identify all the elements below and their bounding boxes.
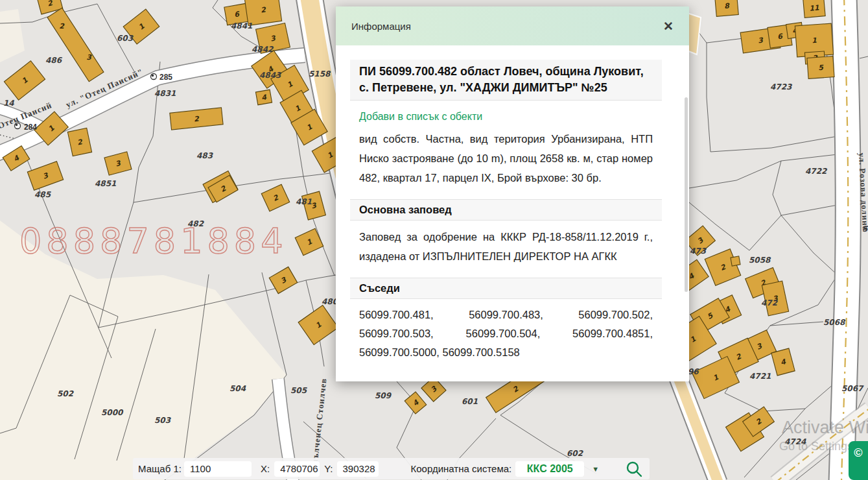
parcel-label: 472 <box>761 298 779 307</box>
parcel-label: 485 <box>34 190 52 199</box>
scrollbar[interactable] <box>685 97 688 292</box>
search-icon[interactable] <box>625 460 643 478</box>
neighbors-section-header: Съседи <box>350 278 662 299</box>
panel-header: Информация ✕ <box>336 6 689 45</box>
building <box>731 256 740 266</box>
building-number: 3 <box>86 53 92 62</box>
parcel-label: 602 <box>567 449 584 458</box>
parcel-label: 504 <box>229 384 246 393</box>
parcel-label: 601 <box>462 397 478 406</box>
property-title: ПИ 56099.700.482 област Ловеч, община Лу… <box>350 60 662 101</box>
property-description: вид собств. Частна, вид територия Урбани… <box>359 129 653 187</box>
parcel-label: 5058 <box>749 256 771 265</box>
info-panel: Информация ✕ ПИ 56099.700.482 област Лов… <box>336 6 689 381</box>
crs-select[interactable]: ККС 2005 <box>515 461 584 477</box>
neighbors-list: 56099.700.481, 56099.700.483, 56099.700.… <box>359 306 653 362</box>
crs-label: Координатна система: <box>411 463 512 474</box>
add-to-list-link[interactable]: Добави в списък с обекти <box>359 111 653 123</box>
x-label: X: <box>261 463 270 474</box>
chevron-down-icon[interactable]: ▼ <box>592 465 599 473</box>
parcel-label: 4721 <box>749 372 771 381</box>
parcel-label: 14 <box>3 99 14 108</box>
parcel-label: 4841 <box>231 21 252 30</box>
panel-body: ПИ 56099.700.482 област Ловеч, община Лу… <box>336 60 689 362</box>
scale-input[interactable] <box>184 461 252 477</box>
x-input[interactable] <box>274 461 320 477</box>
parcel-label: 4843 <box>259 71 282 80</box>
svg-text:1: 1 <box>812 36 817 45</box>
parcel-label: 486 <box>45 56 63 65</box>
svg-text:284: 284 <box>24 123 37 132</box>
attribution-button[interactable]: © <box>849 441 868 480</box>
activate-windows-text: Activate Win <box>782 418 868 437</box>
map-toolbar: Мащаб 1: X: Y: Координатна система: ККС … <box>133 458 650 479</box>
building: 11 <box>803 0 825 18</box>
y-input[interactable] <box>337 461 379 477</box>
scale-label: Мащаб 1: <box>138 463 182 474</box>
parcel-label: 5000 <box>101 408 124 417</box>
parcel-label: 483 <box>196 151 214 160</box>
parcel-label: 603 <box>117 34 134 43</box>
close-icon[interactable]: ✕ <box>663 20 674 32</box>
svg-text:285: 285 <box>159 73 172 82</box>
building-number: 2 <box>59 22 65 30</box>
y-label: Y: <box>324 463 333 474</box>
order-section-header: Основна заповед <box>350 199 662 221</box>
svg-text:11: 11 <box>809 3 820 12</box>
parcel-label: 509 <box>375 391 392 400</box>
crs-value: ККС 2005 <box>527 463 573 475</box>
parcel-label: 481 <box>296 197 312 206</box>
parcel-label: 4722 <box>805 167 828 176</box>
parcel-label: 503 <box>154 416 172 425</box>
parcel-label: 5068 <box>823 318 846 327</box>
parcel-label: 473 <box>690 246 707 256</box>
building: 5 <box>807 56 834 79</box>
parcel-label: 505 <box>290 386 308 395</box>
building: 8 <box>715 0 738 16</box>
panel-title: Информация <box>351 21 411 32</box>
parcel-label: 4723 <box>770 82 793 91</box>
watermark-phone: 0888781884 <box>19 221 288 261</box>
parcel-label: 502 <box>57 389 75 398</box>
parcel-label: 5067 <box>841 384 864 393</box>
order-text: Заповед за одобрение на КККР РД-18-858/1… <box>359 227 653 266</box>
parcel-label: 4831 <box>154 89 176 98</box>
building: 4 <box>255 90 272 105</box>
parcel-label: 4851 <box>95 179 116 188</box>
parcel-label: 4842 <box>252 45 274 54</box>
parcel-label: 96 <box>688 367 699 376</box>
parcel-label: 5158 <box>309 69 331 78</box>
